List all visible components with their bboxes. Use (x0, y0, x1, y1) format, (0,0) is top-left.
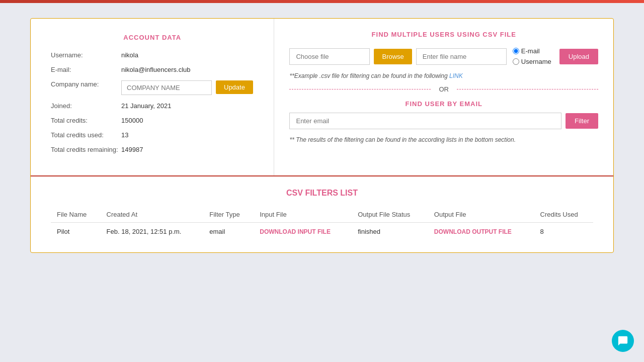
credits-used-label: Total credits used: (51, 131, 121, 139)
browse-button[interactable]: Browse (374, 49, 412, 64)
csv-list-title: CSV FILTERS LIST (51, 189, 593, 198)
col-file-name: File Name (51, 207, 101, 223)
col-filter-type: Filter Type (203, 207, 254, 223)
total-credits-label: Total credits: (51, 117, 121, 124)
company-name-input[interactable] (121, 80, 212, 95)
find-user-title: FIND USER BY EMAIL (289, 100, 598, 108)
col-credits-used: Credits Used (534, 207, 593, 223)
email-filter-input[interactable] (289, 113, 561, 129)
account-row-credits-used: Total credits used: 13 (51, 131, 254, 139)
username-label: Username: (51, 51, 121, 59)
email-filter-row: Filter (289, 113, 598, 129)
col-output-status: Output File Status (352, 207, 428, 223)
cell-input-file[interactable]: DOWNLOAD INPUT FILE (254, 223, 352, 241)
credits-used-value: 13 (121, 131, 128, 139)
col-output-file: Output File (428, 207, 534, 223)
cell-credits-used: 8 (534, 223, 593, 241)
account-row-joined: Joined: 21 January, 2021 (51, 102, 254, 110)
table-header-row: File Name Created At Filter Type Input F… (51, 207, 593, 223)
update-button[interactable]: Update (216, 80, 253, 94)
filter-type-radio-group: E-mail Username (513, 47, 551, 65)
company-label: Company name: (51, 80, 121, 88)
csv-upload-section: FIND MULTIPLE USERS USING CSV FILE Brows… (274, 19, 613, 175)
radio-email-label: E-mail (521, 47, 540, 55)
bottom-section: CSV FILTERS LIST File Name Created At Fi… (31, 176, 613, 252)
col-input-file: Input File (254, 207, 352, 223)
filter-button[interactable]: Filter (566, 113, 598, 129)
csv-upload-title: FIND MULTIPLE USERS USING CSV FILE (289, 31, 598, 38)
credits-remaining-value: 149987 (121, 146, 143, 153)
account-row-email: E-mail: nikola@influencers.club (51, 66, 254, 73)
dashed-line-left (289, 89, 431, 89)
main-card: ACCOUNT DATA Username: nikola E-mail: ni… (30, 18, 614, 253)
account-row-company: Company name: Update (51, 80, 254, 95)
account-section: ACCOUNT DATA Username: nikola E-mail: ni… (31, 19, 274, 175)
top-section: ACCOUNT DATA Username: nikola E-mail: ni… (31, 19, 613, 176)
example-text: **Example .csv file for filtering can be… (289, 72, 598, 79)
example-link[interactable]: LINK (449, 72, 463, 79)
joined-value: 21 January, 2021 (121, 102, 172, 110)
or-text: OR (431, 85, 457, 93)
upload-button[interactable]: Upload (559, 49, 598, 64)
credits-remaining-label: Total credits remaining: (51, 146, 121, 153)
dashed-line-right (457, 89, 598, 89)
col-created-at: Created At (101, 207, 204, 223)
email-value: nikola@influencers.club (121, 66, 191, 73)
radio-username-input[interactable] (513, 58, 519, 65)
file-name-input[interactable] (416, 48, 507, 65)
account-row-total-credits: Total credits: 150000 (51, 117, 254, 124)
cell-output-status: finished (352, 223, 428, 241)
radio-username-label: Username (521, 58, 551, 65)
joined-label: Joined: (51, 102, 121, 110)
cell-created-at: Feb. 18, 2021, 12:51 p.m. (101, 223, 204, 241)
choose-file-input[interactable] (289, 48, 370, 65)
cell-file-name: Pilot (51, 223, 101, 241)
or-divider: OR (289, 85, 598, 93)
file-upload-row: Browse E-mail Username Upload (289, 47, 598, 65)
radio-email[interactable]: E-mail (513, 47, 551, 55)
account-row-username: Username: nikola (51, 51, 254, 59)
table-row: Pilot Feb. 18, 2021, 12:51 p.m. email DO… (51, 223, 593, 241)
account-row-credits-remaining: Total credits remaining: 149987 (51, 146, 254, 153)
results-note: ** The results of the filtering can be f… (289, 136, 598, 143)
csv-table: File Name Created At Filter Type Input F… (51, 207, 593, 240)
email-label: E-mail: (51, 66, 121, 73)
account-title: ACCOUNT DATA (51, 34, 254, 41)
cell-output-file[interactable]: DOWNLOAD OUTPUT FILE (428, 223, 534, 241)
radio-email-input[interactable] (513, 48, 519, 54)
total-credits-value: 150000 (121, 117, 143, 124)
radio-username[interactable]: Username (513, 58, 551, 65)
username-value: nikola (121, 51, 138, 59)
cell-filter-type: email (203, 223, 254, 241)
